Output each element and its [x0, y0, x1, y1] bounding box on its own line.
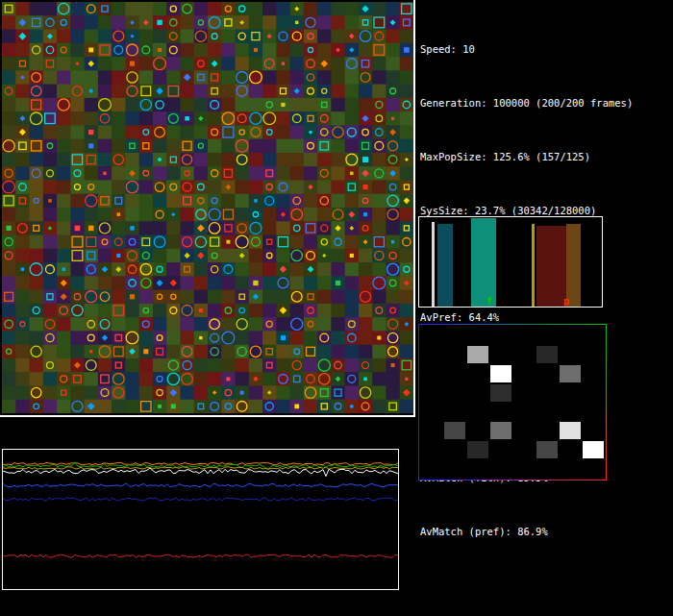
heatmap-cell — [421, 346, 442, 363]
heatmap-cell — [560, 365, 581, 382]
heatmap-cell — [583, 460, 604, 478]
heatmap-cell — [513, 460, 535, 478]
heatmap-cell — [513, 346, 535, 363]
heatmap-cell — [536, 441, 558, 458]
heatmap-cell — [467, 365, 488, 382]
heatmap-cell — [444, 441, 465, 458]
heatmap-cell — [467, 441, 488, 458]
heatmap-cell — [536, 404, 558, 421]
heatmap-border-top — [418, 324, 607, 325]
heatmap-cell — [583, 327, 604, 344]
heatmap-cell — [467, 384, 488, 402]
world-grid-canvas[interactable] — [2, 2, 413, 413]
heatmap-cell — [467, 460, 488, 478]
heatmap-cell — [583, 365, 604, 382]
heatmap-cell — [467, 327, 488, 344]
heatmap-cell — [421, 404, 442, 421]
heatmap-cell — [444, 404, 465, 421]
separator-horizontal — [0, 415, 415, 417]
heatmap-cell — [560, 404, 581, 421]
heatmap-cell — [583, 441, 604, 458]
histogram-bar — [432, 222, 435, 307]
heatmap-cell — [490, 365, 511, 382]
histogram-bar — [437, 224, 453, 307]
heatmap-cell — [444, 327, 465, 344]
heatmap-border-left — [418, 324, 419, 480]
stat-avmatch-pref: AvMatch (pref): 86.9% — [420, 523, 633, 541]
histogram-axis-label: p — [563, 296, 569, 308]
stat-maxpopsize: MaxPopSize: 125.6% (157/125) — [420, 148, 633, 166]
histogram-axis-label: f — [486, 296, 492, 308]
stat-speed: Speed: 10 — [420, 40, 633, 59]
timeseries-chart — [3, 450, 398, 589]
heatmap-cell — [421, 384, 442, 402]
heatmap-cell — [421, 327, 442, 344]
heatmap-cell — [490, 422, 511, 439]
heatmap-cell — [513, 384, 535, 402]
heatmap-cell — [421, 460, 442, 478]
heatmap-border-bottom — [418, 480, 607, 480]
heatmap-cell — [513, 441, 535, 458]
histogram-bar — [536, 226, 566, 307]
heatmap-cell — [583, 422, 604, 439]
series-avcarcap — [3, 483, 398, 487]
heatmap-cell — [513, 404, 535, 421]
heatmap-cell — [536, 422, 558, 439]
series-avmatch-pref- — [3, 467, 398, 469]
heatmap-cell — [444, 384, 465, 402]
heatmap-grid — [421, 327, 604, 478]
heatmap-cell — [513, 422, 535, 439]
heatmap-cell — [467, 346, 488, 363]
heatmap-cell — [421, 441, 442, 458]
heatmap-border-right — [606, 324, 607, 480]
series-syssize — [3, 554, 398, 557]
heatmap-cell — [421, 365, 442, 382]
histogram-bar — [471, 218, 496, 307]
heatmap-cell — [444, 460, 465, 478]
heatmap-cell — [490, 384, 511, 402]
heatmap-cell — [444, 365, 465, 382]
histogram-bars-container: fp — [419, 217, 602, 307]
heatmap-cell — [560, 441, 581, 458]
heatmap-cell — [560, 346, 581, 363]
separator-vertical — [413, 0, 415, 417]
heatmap-cell — [583, 346, 604, 363]
heatmap-cell — [560, 384, 581, 402]
heatmap-cell — [490, 460, 511, 478]
heatmap-cell — [536, 384, 558, 402]
heatmap-cell — [560, 460, 581, 478]
stat-generation: Generation: 100000 (200/200 frames) — [420, 94, 633, 112]
heatmap-cell — [490, 441, 511, 458]
heatmap-cell — [490, 327, 511, 344]
heatmap-cell — [467, 404, 488, 421]
heatmap-cell — [444, 422, 465, 439]
histogram-panel: fp — [418, 216, 603, 308]
heatmap-cell — [421, 422, 442, 439]
series-avpref — [3, 498, 398, 502]
histogram-bar — [566, 224, 581, 307]
heatmap-cell — [560, 327, 581, 344]
timeseries-panel — [2, 449, 399, 590]
heatmap-cell — [513, 365, 535, 382]
series-avmatch-fitn- — [3, 463, 398, 465]
matrix-heatmap-panel — [418, 324, 607, 480]
heatmap-cell — [536, 365, 558, 382]
heatmap-cell — [467, 422, 488, 439]
heatmap-cell — [536, 327, 558, 344]
heatmap-cell — [490, 346, 511, 363]
heatmap-cell — [513, 327, 535, 344]
heatmap-cell — [560, 422, 581, 439]
histogram-bar — [532, 224, 535, 307]
heatmap-cell — [583, 404, 604, 421]
heatmap-cell — [444, 346, 465, 363]
heatmap-cell — [536, 460, 558, 478]
heatmap-cell — [490, 404, 511, 421]
heatmap-cell — [536, 346, 558, 363]
heatmap-cell — [583, 384, 604, 402]
